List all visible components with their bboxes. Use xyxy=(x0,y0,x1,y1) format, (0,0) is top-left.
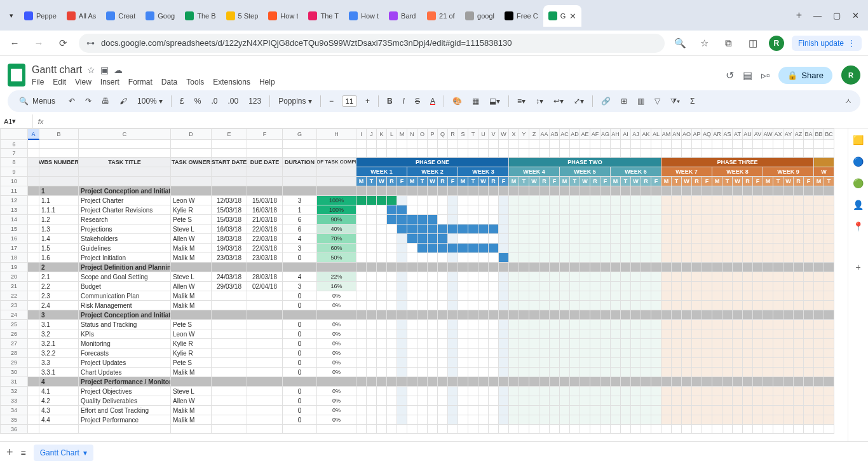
column-header[interactable]: AT xyxy=(733,128,743,140)
cell[interactable] xyxy=(631,234,641,244)
cell[interactable] xyxy=(499,291,509,301)
row-header[interactable]: 27 xyxy=(0,339,28,349)
cell[interactable] xyxy=(753,406,763,415)
cell[interactable] xyxy=(519,225,529,234)
cell[interactable] xyxy=(824,282,834,291)
cell[interactable] xyxy=(641,329,651,339)
zoom-select[interactable]: 100% ▾ xyxy=(135,97,165,106)
cell[interactable] xyxy=(356,358,367,368)
cell[interactable] xyxy=(317,177,356,186)
cell[interactable] xyxy=(499,396,509,406)
cell[interactable] xyxy=(438,282,448,291)
cell[interactable] xyxy=(722,253,733,263)
cell[interactable] xyxy=(580,253,590,263)
cell[interactable] xyxy=(377,140,387,149)
cell[interactable]: 0% xyxy=(317,396,356,406)
cell[interactable]: 0 xyxy=(283,406,317,415)
cell[interactable] xyxy=(722,282,733,291)
cell[interactable] xyxy=(550,349,560,358)
cell[interactable]: 3.2.1 xyxy=(39,339,79,349)
cell[interactable] xyxy=(682,368,692,377)
cell[interactable] xyxy=(763,244,773,253)
cell[interactable] xyxy=(489,368,499,377)
cell[interactable] xyxy=(367,406,377,415)
cell[interactable] xyxy=(702,349,712,358)
row-header[interactable]: 18 xyxy=(0,253,28,263)
cell[interactable] xyxy=(590,263,600,272)
cell[interactable] xyxy=(753,368,763,377)
cell[interactable] xyxy=(682,272,692,282)
cell[interactable]: 0% xyxy=(317,301,356,310)
cell[interactable] xyxy=(407,349,417,358)
row-header[interactable]: 15 xyxy=(0,225,28,234)
cell[interactable]: 4 xyxy=(283,234,317,244)
cell[interactable] xyxy=(600,196,611,205)
cell[interactable] xyxy=(560,339,570,349)
cell[interactable] xyxy=(570,387,580,396)
cell[interactable] xyxy=(590,140,600,149)
cell[interactable] xyxy=(438,406,448,415)
cell[interactable] xyxy=(631,215,641,225)
cell[interactable]: 60% xyxy=(317,244,356,253)
cell[interactable]: Kylie R xyxy=(171,205,212,215)
cell[interactable] xyxy=(794,234,804,244)
browser-tab[interactable]: 21 of xyxy=(422,5,460,27)
cell[interactable] xyxy=(570,349,580,358)
browser-tab[interactable]: G✕ xyxy=(543,5,581,27)
browser-tab[interactable]: The B xyxy=(180,5,220,27)
cell[interactable] xyxy=(651,320,661,329)
history-icon[interactable]: ↺ xyxy=(726,69,734,81)
cell[interactable] xyxy=(560,329,570,339)
cell[interactable] xyxy=(529,196,539,205)
column-header[interactable]: S xyxy=(458,128,468,140)
cell[interactable] xyxy=(814,234,824,244)
cell[interactable] xyxy=(611,272,621,282)
cell[interactable]: 22/03/18 xyxy=(247,225,283,234)
cell[interactable] xyxy=(397,186,407,196)
cell[interactable] xyxy=(641,358,651,368)
cell[interactable] xyxy=(550,425,560,434)
cell[interactable] xyxy=(783,406,794,415)
cell[interactable] xyxy=(448,186,458,196)
cell[interactable] xyxy=(247,349,283,358)
cell[interactable] xyxy=(743,358,753,368)
cell[interactable] xyxy=(468,339,478,349)
cell[interactable] xyxy=(387,244,397,253)
increase-decimal-button[interactable]: .00 xyxy=(226,97,240,106)
cell[interactable] xyxy=(356,339,367,349)
cell[interactable] xyxy=(590,196,600,205)
day-header[interactable]: M xyxy=(611,177,621,186)
cell[interactable] xyxy=(428,205,438,215)
cell[interactable] xyxy=(509,368,519,377)
cell[interactable] xyxy=(387,415,397,425)
cell[interactable] xyxy=(428,339,438,349)
cell[interactable] xyxy=(794,215,804,225)
cell[interactable] xyxy=(519,358,529,368)
cell[interactable] xyxy=(600,377,611,387)
cell[interactable] xyxy=(519,377,529,387)
cell[interactable] xyxy=(550,225,560,234)
cell[interactable] xyxy=(600,253,611,263)
cell[interactable] xyxy=(509,263,519,272)
day-header[interactable]: M xyxy=(661,177,672,186)
cell[interactable] xyxy=(397,387,407,396)
cell[interactable] xyxy=(763,272,773,282)
cell[interactable] xyxy=(519,253,529,263)
cell[interactable] xyxy=(367,291,377,301)
cell[interactable] xyxy=(580,368,590,377)
sheet-tab-active[interactable]: Gantt Chart ▾ xyxy=(34,445,93,461)
cell[interactable] xyxy=(489,234,499,244)
cell[interactable] xyxy=(428,149,438,158)
cell[interactable] xyxy=(702,149,712,158)
column-header[interactable]: X xyxy=(509,128,519,140)
cell[interactable] xyxy=(570,415,580,425)
cell[interactable] xyxy=(570,149,580,158)
cell[interactable] xyxy=(651,205,661,215)
cell[interactable] xyxy=(824,415,834,425)
cell[interactable] xyxy=(763,282,773,291)
cell[interactable] xyxy=(489,415,499,425)
cell[interactable] xyxy=(641,225,651,234)
cell[interactable] xyxy=(722,339,733,349)
cell[interactable] xyxy=(570,396,580,406)
day-header[interactable]: F xyxy=(448,177,458,186)
